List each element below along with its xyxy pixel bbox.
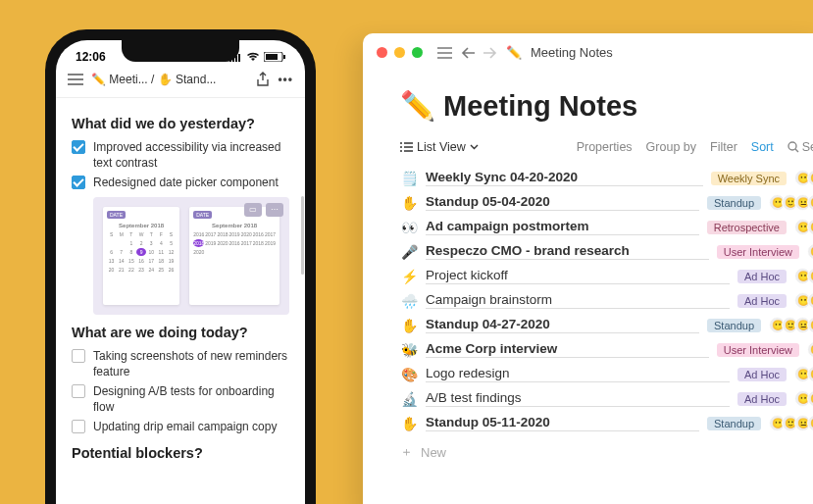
row-title[interactable]: A/B test findings [426,390,730,407]
phone-frame: 12:06 ✏️ Meeti... / ✋ Stand... ••• What … [45,29,316,504]
todo-item[interactable]: Designing A/B tests for onboarding flow [72,383,289,415]
checkbox-icon[interactable] [72,384,85,398]
image-more-icon[interactable]: ⋯ [266,203,283,217]
row-title[interactable]: Standup 05-11-2020 [426,415,699,431]
search-button[interactable]: Sea [788,140,813,154]
avatar-stack[interactable]: 😶🙂😐😑 [773,194,813,211]
row-title[interactable]: Campaign brainstorm [426,292,730,309]
row-title[interactable]: Ad campaign postmortem [426,219,699,235]
heading-today: What are we doing today? [72,325,289,340]
avatar-stack[interactable]: 😶🙂 [798,390,813,407]
more-icon[interactable]: ••• [278,73,293,86]
avatar-stack[interactable]: 😶🙂 [798,366,813,382]
hamburger-icon[interactable] [437,47,452,59]
tag-badge[interactable]: Retrospective [707,221,787,234]
row-emoji: 🗒️ [400,171,418,186]
row-title[interactable]: Acme Corp interview [426,341,709,358]
wifi-icon [246,52,260,62]
avatar-stack[interactable]: 😶🙂 [798,170,813,186]
phone-screen: 12:06 ✏️ Meeti... / ✋ Stand... ••• What … [56,40,305,504]
svg-rect-2 [283,55,285,59]
row-emoji: 🎤 [400,244,418,260]
list-item[interactable]: 🌧️Campaign brainstormAd Hoc😶🙂 [400,288,813,313]
traffic-light-zoom[interactable] [412,47,423,58]
filter-button[interactable]: Filter [710,140,737,154]
avatar-stack[interactable]: 😶🙂 [798,292,813,309]
checkbox-icon[interactable] [72,420,85,433]
page-title[interactable]: Meeting Notes [531,45,613,60]
row-emoji: 👀 [400,220,418,235]
avatar-stack[interactable]: 😶🙂 [798,219,813,235]
image-block[interactable]: ▭⋯ DATE September 2018 SMTWTFS 12345 678… [93,197,289,315]
tag-badge[interactable]: Ad Hoc [737,270,787,283]
row-emoji: ⚡ [400,269,418,284]
list-item[interactable]: 🎨Logo redesignAd Hoc😶🙂 [400,362,813,386]
tag-badge[interactable]: Standup [707,196,761,210]
properties-button[interactable]: Properties [577,140,633,154]
todo-item[interactable]: Improved accessibility via increased tex… [72,139,289,171]
tag-badge[interactable]: Standup [707,417,761,430]
image-caption-icon[interactable]: ▭ [244,203,262,217]
checkbox-icon[interactable] [72,176,85,189]
row-title[interactable]: Project kickoff [426,268,730,284]
todo-item[interactable]: Redesigned date picker component [72,175,289,190]
titlebar: ✏️ Meeting Notes [363,33,813,72]
mobile-content: What did we do yesterday? Improved acces… [56,98,305,504]
forward-icon[interactable] [483,47,497,59]
page-heading[interactable]: ✏️ Meeting Notes [400,89,813,123]
tag-badge[interactable]: Ad Hoc [737,294,787,308]
list-item[interactable]: 👀Ad campaign postmortemRetrospective😶🙂 [400,215,813,239]
tag-badge[interactable]: Ad Hoc [737,368,787,381]
row-title[interactable]: Standup 04-27-2020 [426,317,699,333]
list-item[interactable]: ✋Standup 05-11-2020Standup😶🙂😐😑 [400,411,813,435]
tag-badge[interactable]: Standup [707,319,761,332]
plus-icon: ＋ [400,443,413,461]
page-body: ✏️ Meeting Notes List View Properties Gr… [363,72,813,461]
row-title[interactable]: Weekly Sync 04-20-2020 [426,170,703,186]
avatar-stack[interactable]: 😶🙂 [798,268,813,284]
list-item[interactable]: ✋Standup 05-04-2020Standup😶🙂😐😑 [400,190,813,215]
list-icon [400,142,413,153]
groupby-button[interactable]: Group by [646,140,696,154]
list-item[interactable]: 🗒️Weekly Sync 04-20-2020Weekly Sync😶🙂 [400,166,813,190]
row-emoji: ✋ [400,195,418,211]
sort-button[interactable]: Sort [751,140,774,154]
todo-text: Redesigned date picker component [93,175,279,190]
row-emoji: ✋ [400,318,418,333]
hamburger-icon[interactable] [68,74,83,85]
avatar-stack[interactable]: 😶🙂😐😑 [773,317,813,333]
traffic-light-close[interactable] [377,47,387,58]
svg-point-3 [788,142,796,150]
tag-badge[interactable]: Weekly Sync [711,172,787,185]
list-item[interactable]: 🎤Respeczo CMO - brand researchUser Inter… [400,239,813,264]
todo-item[interactable]: Updating drip email campaign copy [72,419,289,434]
row-title[interactable]: Respeczo CMO - brand research [426,243,709,260]
breadcrumb[interactable]: ✏️ Meeti... / ✋ Stand... [91,73,248,86]
scrollbar[interactable] [301,196,304,275]
new-row-button[interactable]: ＋ New [400,435,813,461]
checkbox-icon[interactable] [72,349,85,363]
calendar-preview: DATE September 2018 SMTWTFS 12345 678910… [103,207,179,305]
tag-badge[interactable]: User Interview [717,245,799,259]
traffic-light-minimize[interactable] [394,47,405,58]
checkbox-icon[interactable] [72,140,85,154]
back-icon[interactable] [461,47,475,59]
todo-text: Designing A/B tests for onboarding flow [93,383,289,415]
tag-badge[interactable]: User Interview [717,343,799,357]
list-item[interactable]: ✋Standup 04-27-2020Standup😶🙂😐😑 [400,313,813,337]
row-emoji: 🐝 [400,342,418,358]
db-toolbar: List View Properties Group by Filter Sor… [400,140,813,154]
phone-notch [122,40,239,62]
list-item[interactable]: 🔬A/B test findingsAd Hoc😶🙂 [400,386,813,411]
row-title[interactable]: Logo redesign [426,366,730,382]
avatar-stack[interactable]: 😶🙂😐😑 [773,415,813,431]
tag-badge[interactable]: Ad Hoc [737,392,787,406]
view-selector[interactable]: List View [400,140,479,154]
new-label: New [421,445,446,460]
list-item[interactable]: ⚡Project kickoffAd Hoc😶🙂 [400,264,813,288]
share-icon[interactable] [256,72,270,87]
row-title[interactable]: Standup 05-04-2020 [426,194,699,211]
list-item[interactable]: 🐝Acme Corp interviewUser Interview😶 [400,337,813,362]
svg-rect-1 [266,54,278,60]
todo-item[interactable]: Taking screenshots of new reminders feat… [72,348,289,379]
